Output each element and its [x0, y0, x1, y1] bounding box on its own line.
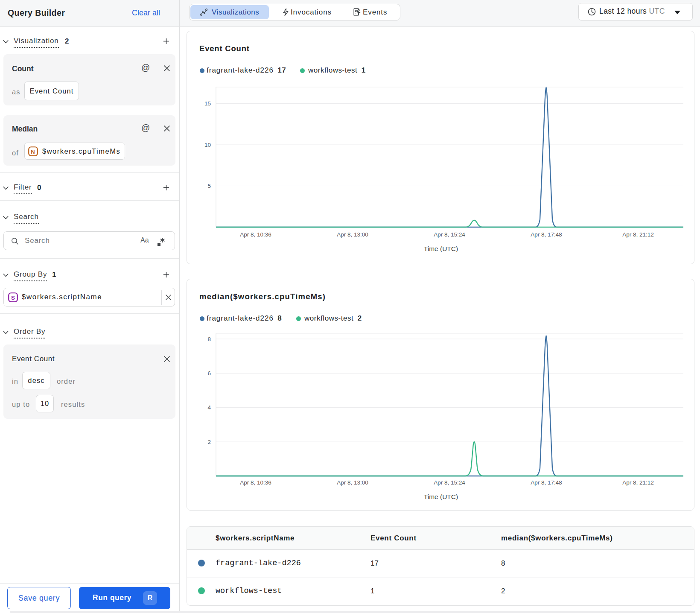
svg-text:Apr 8, 17:48: Apr 8, 17:48	[531, 231, 562, 238]
svg-text:2: 2	[207, 439, 211, 445]
svg-text:15: 15	[204, 100, 211, 107]
svg-text:Apr 8, 17:48: Apr 8, 17:48	[531, 479, 562, 486]
svg-text:N: N	[31, 148, 35, 155]
svg-text:S: S	[11, 295, 15, 301]
svg-text:Time (UTC): Time (UTC)	[424, 493, 458, 500]
svg-text:5: 5	[207, 183, 211, 189]
svg-text:4: 4	[207, 404, 211, 411]
svg-text:Apr 8, 21:12: Apr 8, 21:12	[622, 231, 654, 238]
svg-text:Apr 8, 21:12: Apr 8, 21:12	[622, 479, 654, 486]
svg-text:Time (UTC): Time (UTC)	[424, 245, 458, 252]
svg-text:Apr 8, 10:36: Apr 8, 10:36	[240, 479, 271, 486]
svg-text:10: 10	[204, 142, 211, 148]
svg-text:Apr 8, 13:00: Apr 8, 13:00	[337, 231, 368, 238]
svg-text:Apr 8, 13:00: Apr 8, 13:00	[337, 479, 368, 486]
svg-text:Apr 8, 15:24: Apr 8, 15:24	[434, 231, 465, 238]
svg-text:Apr 8, 10:36: Apr 8, 10:36	[240, 231, 271, 238]
svg-text:6: 6	[207, 370, 211, 377]
svg-text:Apr 8, 15:24: Apr 8, 15:24	[434, 479, 465, 486]
svg-text:8: 8	[207, 336, 211, 342]
